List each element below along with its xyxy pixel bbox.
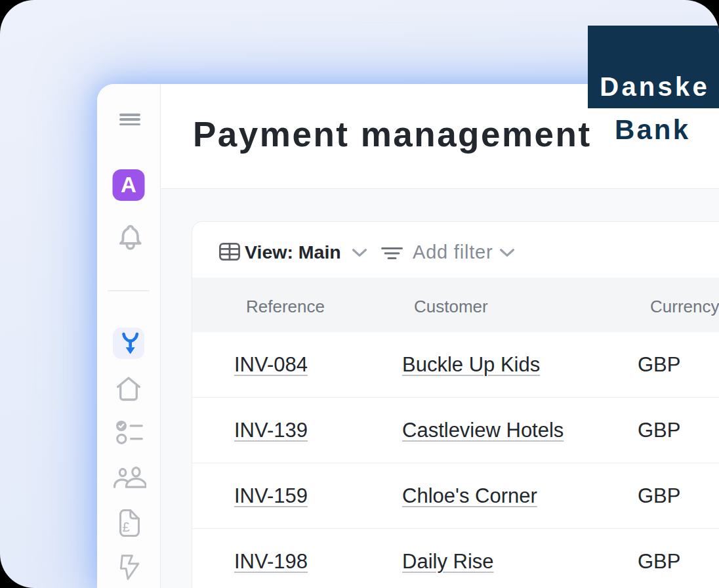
svg-text:£: £ [122, 520, 129, 534]
